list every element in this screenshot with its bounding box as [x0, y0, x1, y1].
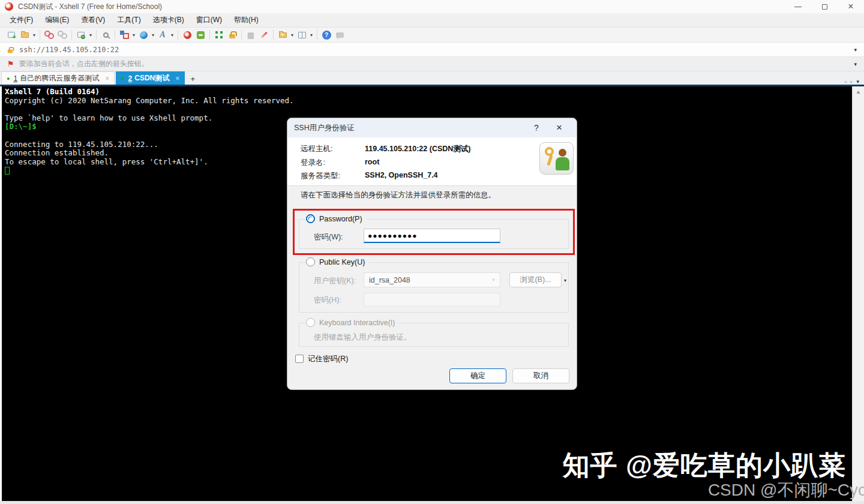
tab-close-icon[interactable]: ×: [105, 74, 109, 83]
scroll-up-icon[interactable]: ▲: [853, 86, 864, 97]
public-key-radio-row[interactable]: Public Key(U): [305, 257, 369, 266]
tile-windows-icon-dropdown[interactable]: ▾: [308, 32, 314, 38]
toolbar: +▾⚙▾▾▾A▾▦+▾▾?: [0, 27, 864, 43]
info-bar-dropdown-icon[interactable]: ▾: [854, 61, 859, 67]
layout-icon-dropdown[interactable]: ▾: [131, 32, 137, 38]
server-type-label: 服务器类型:: [301, 172, 340, 180]
font-icon-dropdown[interactable]: ▾: [169, 32, 175, 38]
menu-item-help[interactable]: 帮助(H): [228, 13, 265, 27]
session-properties-icon[interactable]: ⚙: [74, 28, 88, 41]
user-key-label: 用户密钥(K):: [314, 276, 356, 286]
toolbar-separator: [178, 30, 178, 40]
toolbar-separator: [241, 30, 242, 40]
password-input[interactable]: [364, 229, 500, 243]
tile-windows-icon[interactable]: [295, 28, 308, 41]
toolbar-separator: [317, 30, 317, 40]
toolbar-separator: [71, 30, 72, 40]
session-properties-icon-dropdown[interactable]: ▾: [88, 32, 94, 38]
user-body-icon: [556, 157, 569, 170]
menu-item-file[interactable]: 文件(F): [4, 13, 39, 27]
toolbar-separator: [115, 30, 115, 40]
toolbar-separator: [96, 30, 97, 40]
menu-item-window[interactable]: 窗口(W): [190, 13, 228, 27]
fullscreen-icon[interactable]: [212, 28, 226, 41]
window-bottom-edge: [0, 501, 864, 504]
passphrase-label: 密码(H):: [314, 295, 341, 305]
remote-host-value: 119.45.105.210:22 (CSDN测试): [365, 144, 470, 154]
highlight-pen-icon[interactable]: [257, 28, 271, 41]
info-bar: ⚑ 要添加当前会话，点击左侧的箭头按钮。 ▾: [0, 57, 864, 71]
open-session-icon[interactable]: [18, 28, 31, 41]
tab-list-dropdown-icon[interactable]: ▾: [856, 79, 859, 85]
xftp-icon[interactable]: [194, 28, 207, 41]
user-key-combobox[interactable]: id_rsa_2048 ˅: [364, 272, 500, 287]
menu-item-view[interactable]: 查看(V): [75, 13, 111, 27]
key-user-icon: [539, 142, 574, 175]
menu-bar: 文件(F)编辑(E)查看(V)工具(T)选项卡(B)窗口(W)帮助(H): [0, 13, 864, 27]
keyboard-interactive-radio-row[interactable]: Keyboard Interactive(I): [305, 318, 399, 327]
terminal-scrollbar[interactable]: ▲: [852, 86, 864, 502]
address-bar[interactable]: ssh://119.45.105.210:22 ▾: [0, 43, 864, 57]
remote-host-row: 远程主机: 119.45.105.210:22 (CSDN测试): [301, 144, 332, 154]
feedback-icon[interactable]: [333, 28, 346, 41]
ok-button[interactable]: 确定: [449, 368, 506, 383]
dialog-help-button[interactable]: ?: [527, 118, 545, 137]
disconnect-icon[interactable]: [43, 28, 56, 41]
tab-label: CSDN测试: [134, 73, 169, 83]
new-folder-icon-dropdown[interactable]: ▾: [289, 32, 295, 38]
close-button[interactable]: ×: [838, 0, 864, 13]
dialog-info-panel: 远程主机: 119.45.105.210:22 (CSDN测试) 登录名: ro…: [287, 137, 577, 186]
zhihu-watermark: 知乎 @爱吃草的小趴菜: [563, 448, 846, 484]
dialog-close-button[interactable]: ×: [549, 118, 569, 137]
tab-tencent[interactable]: ●1自己的腾讯云服务器测试×: [1, 71, 115, 85]
menu-item-tab[interactable]: 选项卡(B): [147, 13, 190, 27]
cancel-button[interactable]: 取消: [512, 368, 569, 383]
help-icon[interactable]: ?: [320, 28, 333, 41]
tab-close-icon[interactable]: ×: [175, 74, 179, 83]
tab-scroll-left-icon[interactable]: ◂: [844, 79, 847, 85]
address-dropdown-icon[interactable]: ▾: [854, 47, 859, 53]
window-titlebar: CSDN测试 - Xshell 7 (Free for Home/School)…: [0, 0, 864, 13]
menu-item-edit[interactable]: 编辑(E): [39, 13, 75, 27]
toolbar-separator: [209, 30, 210, 40]
new-session-icon[interactable]: +: [5, 28, 18, 41]
passphrase-input: [364, 293, 500, 307]
open-session-icon-dropdown[interactable]: ▾: [31, 32, 37, 38]
tab-number: 2: [128, 74, 133, 83]
web-browser-icon-dropdown[interactable]: ▾: [150, 32, 156, 38]
address-url[interactable]: ssh://119.45.105.210:22: [19, 46, 119, 54]
ssl-lock-icon: [8, 49, 13, 53]
new-tab-button[interactable]: +: [187, 73, 198, 85]
password-radio-row[interactable]: Password(P): [305, 214, 367, 223]
login-name-label: 登录名:: [301, 158, 325, 167]
xshell-icon[interactable]: [181, 28, 194, 41]
minimize-button[interactable]: —: [785, 0, 811, 13]
restore-button[interactable]: [811, 0, 838, 13]
reconnect-icon[interactable]: [56, 28, 69, 41]
terminal-line: [5, 105, 852, 114]
new-folder-icon[interactable]: +: [276, 28, 289, 41]
password-radio-label: Password(P): [319, 215, 362, 223]
tab-nav: ◂▸▾: [844, 79, 864, 85]
lock-icon[interactable]: [226, 28, 239, 41]
password-radio[interactable]: [306, 214, 315, 223]
find-icon[interactable]: [99, 28, 112, 41]
bank-icon[interactable]: ▦: [244, 28, 257, 41]
user-head-icon: [559, 149, 566, 157]
remember-password-label: 记住密码(R): [308, 354, 348, 364]
layout-icon[interactable]: [118, 28, 131, 41]
menu-item-tools[interactable]: 工具(T): [111, 13, 146, 27]
tab-scroll-right-icon[interactable]: ▸: [850, 79, 853, 85]
toolbar-separator: [40, 30, 40, 40]
browse-button[interactable]: 浏览(B)...: [509, 272, 562, 287]
font-icon[interactable]: A: [156, 28, 169, 41]
browse-dropdown-icon[interactable]: ▾: [564, 278, 566, 283]
combobox-chevron-icon: ˅: [492, 277, 495, 283]
remember-password-checkbox[interactable]: [295, 355, 304, 363]
keyboard-interactive-radio[interactable]: [306, 318, 315, 327]
public-key-radio[interactable]: [306, 257, 315, 266]
tab-csdn[interactable]: ●2CSDN测试×: [116, 71, 185, 85]
web-browser-icon[interactable]: [137, 28, 150, 41]
keyboard-interactive-radio-label: Keyboard Interactive(I): [319, 319, 395, 327]
ssh-auth-dialog: SSH用户身份验证 ? × 远程主机: 119.45.105.210:22 (C…: [287, 118, 577, 390]
